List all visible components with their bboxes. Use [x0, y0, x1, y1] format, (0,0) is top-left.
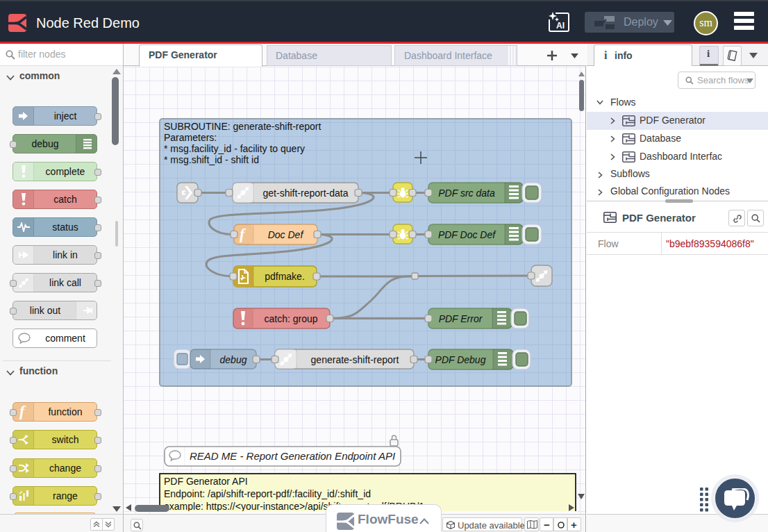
- svg-text:PDF Error: PDF Error: [439, 313, 483, 324]
- svg-text:AI: AI: [556, 21, 565, 31]
- svg-text:PDF src data: PDF src data: [438, 188, 495, 199]
- svg-text:catch: group: catch: group: [264, 313, 317, 324]
- svg-text:debug: debug: [220, 354, 247, 365]
- svg-text:get-shift-report-data: get-shift-report-data: [263, 188, 349, 199]
- svg-text:Parameters:: Parameters:: [164, 132, 217, 143]
- svg-text:PDF Generator API: PDF Generator API: [164, 476, 248, 487]
- svg-text:READ ME - Report Generation En: READ ME - Report Generation Endpoint API: [190, 450, 395, 462]
- svg-text:* msg.shift_id - shift id: * msg.shift_id - shift id: [164, 154, 259, 165]
- svg-text:PDF Debug: PDF Debug: [435, 354, 486, 365]
- svg-text:Endpoint: /api/shift-report-pd: Endpoint: /api/shift-report-pdf/:facilit…: [164, 488, 371, 499]
- svg-text:Doc Def: Doc Def: [268, 229, 305, 240]
- svg-text:SUBROUTINE: generate-shift-rep: SUBROUTINE: generate-shift-report: [164, 121, 322, 132]
- svg-text:PDF Doc Def: PDF Doc Def: [438, 229, 496, 240]
- svg-text:* msg.facility_id - facility t: * msg.facility_id - facility to query: [164, 143, 305, 154]
- svg-text:pdfmake.: pdfmake.: [265, 271, 305, 282]
- svg-text:generate-shift-report: generate-shift-report: [311, 354, 399, 365]
